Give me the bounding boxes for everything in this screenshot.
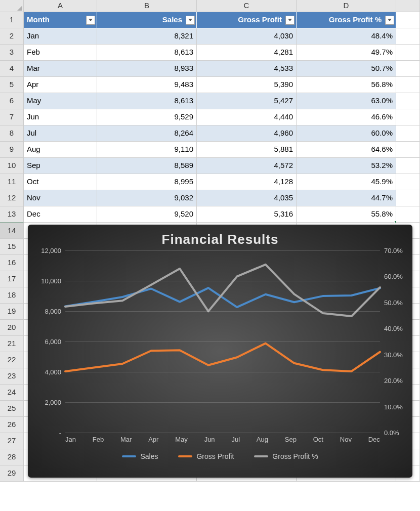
table-header-gp[interactable]: Gross Profit	[197, 12, 297, 28]
cell-month[interactable]: Oct	[24, 174, 97, 190]
cell-sales[interactable]: 8,933	[97, 61, 197, 77]
cell-month[interactable]: Jun	[24, 109, 97, 125]
cell-month[interactable]: Jan	[24, 28, 97, 45]
cell-gross-profit[interactable]: 4,533	[197, 61, 297, 77]
cell-gross-profit[interactable]: 4,030	[197, 28, 297, 45]
row-header-17[interactable]: 17	[0, 271, 24, 287]
cell-gross-profit[interactable]: 4,281	[197, 45, 297, 61]
cell-month[interactable]: Feb	[24, 45, 97, 61]
cell-gross-profit-pct[interactable]: 49.7%	[297, 45, 396, 61]
cell-sales[interactable]: 9,032	[97, 190, 197, 206]
row-header-25[interactable]: 25	[0, 401, 24, 417]
row-header-24[interactable]: 24	[0, 385, 24, 401]
select-all-corner[interactable]	[0, 0, 24, 12]
table-header-month[interactable]: Month	[24, 12, 97, 28]
cell-gross-profit-pct[interactable]: 64.6%	[297, 142, 396, 158]
col-header-B[interactable]: B	[97, 0, 197, 12]
cell-gross-profit-pct[interactable]: 56.8%	[297, 77, 396, 93]
row-header-10[interactable]: 10	[0, 158, 24, 174]
cell-gross-profit-pct[interactable]: 53.2%	[297, 158, 396, 174]
cell-month[interactable]: Jul	[24, 125, 97, 142]
cell-empty[interactable]	[396, 125, 420, 142]
cell-empty[interactable]	[396, 77, 420, 93]
row-header-1[interactable]: 1	[0, 12, 24, 28]
cell-month[interactable]: Dec	[24, 206, 97, 223]
cell-gross-profit[interactable]: 5,390	[197, 77, 297, 93]
table-header-gpp[interactable]: Gross Profit %	[297, 12, 396, 28]
row-header-7[interactable]: 7	[0, 109, 24, 125]
cell-month[interactable]: Mar	[24, 61, 97, 77]
row-header-5[interactable]: 5	[0, 77, 24, 93]
row-header-19[interactable]: 19	[0, 304, 24, 320]
cell-sales[interactable]: 9,529	[97, 109, 197, 125]
cell-empty[interactable]	[396, 28, 420, 45]
col-header-D[interactable]: D	[297, 0, 396, 12]
cell-empty[interactable]	[396, 109, 420, 125]
cell-empty[interactable]	[396, 142, 420, 158]
filter-dropdown-icon[interactable]	[285, 16, 295, 25]
cell-empty[interactable]	[396, 45, 420, 61]
cell-gross-profit[interactable]: 4,572	[197, 158, 297, 174]
cell-gross-profit-pct[interactable]: 44.7%	[297, 190, 396, 206]
cell-empty[interactable]	[396, 158, 420, 174]
table-header-sales[interactable]: Sales	[97, 12, 197, 28]
filter-dropdown-icon[interactable]	[186, 16, 195, 25]
row-header-18[interactable]: 18	[0, 287, 24, 304]
cell-sales[interactable]: 8,995	[97, 174, 197, 190]
cell-empty[interactable]	[396, 93, 420, 109]
row-header-12[interactable]: 12	[0, 190, 24, 206]
row-header-4[interactable]: 4	[0, 61, 24, 77]
row-header-3[interactable]: 3	[0, 45, 24, 61]
filter-dropdown-icon[interactable]	[385, 16, 394, 25]
cell-gross-profit[interactable]: 5,427	[197, 93, 297, 109]
cell-gross-profit[interactable]: 4,128	[197, 174, 297, 190]
cell-empty[interactable]	[396, 174, 420, 190]
cell-month[interactable]: Apr	[24, 77, 97, 93]
cell-gross-profit[interactable]: 4,960	[197, 125, 297, 142]
row-header-23[interactable]: 23	[0, 368, 24, 385]
cell-month[interactable]: Nov	[24, 190, 97, 206]
cell-gross-profit[interactable]: 4,035	[197, 190, 297, 206]
cell-gross-profit-pct[interactable]: 46.6%	[297, 109, 396, 125]
cell-sales[interactable]: 8,613	[97, 93, 197, 109]
row-header-6[interactable]: 6	[0, 93, 24, 109]
row-header-29[interactable]: 29	[0, 465, 24, 482]
cell-empty[interactable]	[396, 61, 420, 77]
row-header-16[interactable]: 16	[0, 255, 24, 271]
cell-sales[interactable]: 9,520	[97, 206, 197, 223]
row-header-22[interactable]: 22	[0, 352, 24, 368]
row-header-8[interactable]: 8	[0, 125, 24, 142]
row-header-13[interactable]: 13	[0, 206, 24, 223]
row-header-11[interactable]: 11	[0, 174, 24, 190]
cell-sales[interactable]: 8,264	[97, 125, 197, 142]
row-header-15[interactable]: 15	[0, 239, 24, 255]
row-header-20[interactable]: 20	[0, 320, 24, 336]
row-header-27[interactable]: 27	[0, 433, 24, 449]
chart-container[interactable]: Financial Results -2,0004,0006,0008,0001…	[28, 225, 412, 478]
cell-gross-profit[interactable]: 5,881	[197, 142, 297, 158]
cell-gross-profit-pct[interactable]: 63.0%	[297, 93, 396, 109]
cell-empty[interactable]	[396, 206, 420, 223]
cell-empty[interactable]	[396, 190, 420, 206]
cell-gross-profit[interactable]: 5,316	[197, 206, 297, 223]
cell-gross-profit-pct[interactable]: 50.7%	[297, 61, 396, 77]
filter-dropdown-icon[interactable]	[86, 16, 95, 25]
col-header-extra[interactable]	[396, 0, 420, 12]
cell-empty[interactable]	[396, 12, 420, 28]
cell-gross-profit-pct[interactable]: 45.9%	[297, 174, 396, 190]
row-header-28[interactable]: 28	[0, 449, 24, 465]
cell-gross-profit-pct[interactable]: 55.8%	[297, 206, 396, 223]
cell-month[interactable]: May	[24, 93, 97, 109]
cell-sales[interactable]: 8,613	[97, 45, 197, 61]
cell-sales[interactable]: 8,321	[97, 28, 197, 45]
cell-month[interactable]: Sep	[24, 158, 97, 174]
row-header-2[interactable]: 2	[0, 28, 24, 45]
cell-gross-profit-pct[interactable]: 60.0%	[297, 125, 396, 142]
col-header-C[interactable]: C	[197, 0, 297, 12]
row-header-9[interactable]: 9	[0, 142, 24, 158]
cell-gross-profit-pct[interactable]: 48.4%	[297, 28, 396, 45]
cell-sales[interactable]: 9,110	[97, 142, 197, 158]
cell-month[interactable]: Aug	[24, 142, 97, 158]
cell-sales[interactable]: 9,483	[97, 77, 197, 93]
cell-sales[interactable]: 8,589	[97, 158, 197, 174]
